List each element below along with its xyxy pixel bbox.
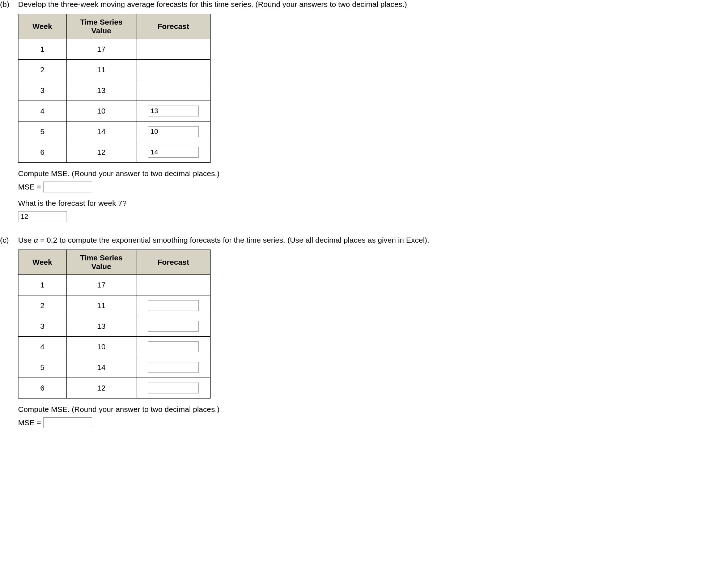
forecast-input[interactable] <box>148 126 199 137</box>
forecast-input[interactable] <box>148 300 199 311</box>
cell-value: 17 <box>67 39 136 60</box>
mse-label: MSE = <box>18 183 41 191</box>
forecast-input[interactable] <box>148 383 199 393</box>
table-row: 514 <box>18 122 211 142</box>
cell-forecast <box>136 337 211 357</box>
cell-week: 3 <box>18 316 67 337</box>
part-c-mse-row: MSE = <box>18 417 717 428</box>
table-row: 514 <box>18 357 211 378</box>
forecast-input[interactable] <box>148 362 199 373</box>
table-row: 117 <box>18 275 211 295</box>
cell-forecast <box>136 357 211 378</box>
cell-forecast <box>136 142 211 163</box>
table-row: 211 <box>18 295 211 316</box>
cell-value: 10 <box>67 101 136 122</box>
cell-week: 1 <box>18 39 67 60</box>
part-b-prompt: Develop the three-week moving average fo… <box>18 0 717 9</box>
part-b-label: (b) <box>0 0 18 9</box>
cell-week: 4 <box>18 337 67 357</box>
cell-value: 12 <box>67 378 136 399</box>
cell-forecast <box>136 101 211 122</box>
cell-forecast <box>136 60 211 80</box>
part-b-mse-prompt: Compute MSE. (Round your answer to two d… <box>18 169 717 178</box>
table-row: 612 <box>18 142 211 163</box>
part-b-mse-row: MSE = <box>18 182 717 192</box>
part-b-week7-row <box>18 211 717 222</box>
cell-value: 10 <box>67 337 136 357</box>
part-c-label: (c) <box>0 236 18 244</box>
cell-value: 11 <box>67 60 136 80</box>
cell-value: 13 <box>67 80 136 101</box>
part-b-tbody: 117211313410514612 <box>18 39 211 163</box>
cell-week: 4 <box>18 101 67 122</box>
table-row: 410 <box>18 101 211 122</box>
cell-value: 17 <box>67 275 136 295</box>
table-row: 117 <box>18 39 211 60</box>
cell-forecast <box>136 316 211 337</box>
table-row: 612 <box>18 378 211 399</box>
cell-value: 11 <box>67 295 136 316</box>
cell-week: 6 <box>18 378 67 399</box>
col-header-week: Week <box>18 14 67 39</box>
part-b-content: Develop the three-week moving average fo… <box>18 0 717 225</box>
cell-week: 5 <box>18 122 67 142</box>
part-b-table: Week Time SeriesValue Forecast 117211313… <box>18 14 211 163</box>
col-header-value: Time SeriesValue <box>67 14 136 39</box>
part-c-mse-input[interactable] <box>43 417 92 428</box>
part-b: (b) Develop the three-week moving averag… <box>0 0 717 225</box>
cell-forecast <box>136 80 211 101</box>
part-c-mse-prompt: Compute MSE. (Round your answer to two d… <box>18 405 717 414</box>
forecast-input[interactable] <box>148 321 199 332</box>
col-header-week: Week <box>18 250 67 275</box>
part-c-content: Use α = 0.2 to compute the exponential s… <box>18 236 717 431</box>
cell-forecast <box>136 275 211 295</box>
col-header-forecast: Forecast <box>136 250 211 275</box>
cell-forecast <box>136 39 211 60</box>
col-header-forecast: Forecast <box>136 14 211 39</box>
cell-week: 2 <box>18 295 67 316</box>
cell-week: 5 <box>18 357 67 378</box>
cell-value: 12 <box>67 142 136 163</box>
table-row: 313 <box>18 316 211 337</box>
cell-value: 13 <box>67 316 136 337</box>
part-c-table: Week Time SeriesValue Forecast 117211313… <box>18 250 211 399</box>
mse-label: MSE = <box>18 418 41 427</box>
part-b-week7-input[interactable] <box>18 211 67 222</box>
forecast-input[interactable] <box>148 341 199 352</box>
table-row: 211 <box>18 60 211 80</box>
cell-value: 14 <box>67 122 136 142</box>
part-c-prompt: Use α = 0.2 to compute the exponential s… <box>18 236 717 244</box>
cell-forecast <box>136 378 211 399</box>
cell-value: 14 <box>67 357 136 378</box>
cell-week: 6 <box>18 142 67 163</box>
cell-week: 2 <box>18 60 67 80</box>
forecast-input[interactable] <box>148 106 199 116</box>
forecast-input[interactable] <box>148 147 199 158</box>
cell-week: 1 <box>18 275 67 295</box>
table-row: 313 <box>18 80 211 101</box>
part-c: (c) Use α = 0.2 to compute the exponenti… <box>0 236 717 431</box>
cell-forecast <box>136 122 211 142</box>
part-b-week7-prompt: What is the forecast for week 7? <box>18 199 717 208</box>
part-c-tbody: 117211313410514612 <box>18 275 211 399</box>
cell-week: 3 <box>18 80 67 101</box>
part-b-mse-input[interactable] <box>43 182 92 192</box>
col-header-value: Time SeriesValue <box>67 250 136 275</box>
table-row: 410 <box>18 337 211 357</box>
cell-forecast <box>136 295 211 316</box>
